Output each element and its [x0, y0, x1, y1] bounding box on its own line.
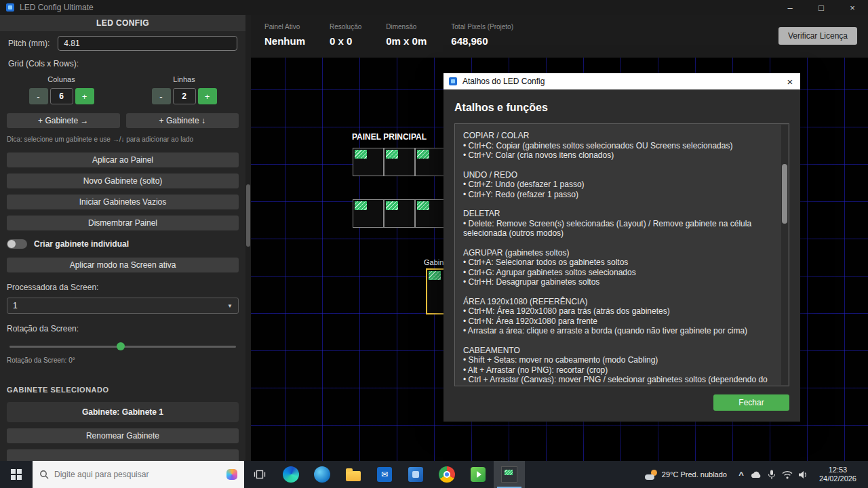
stats: Painel Ativo Nenhum Resolução 0 x 0 Dime…: [264, 23, 513, 47]
toggle-label: Criar gabinete individual: [34, 239, 129, 249]
cabinet-preview-icon: [386, 150, 398, 159]
rotation-value: Rotação da Screen: 0°: [0, 350, 245, 364]
verify-license-button[interactable]: Verificar Licença: [778, 27, 857, 45]
sidebar-header: LED CONFIG: [0, 15, 245, 31]
columns-stepper: - 6 +: [29, 88, 94, 104]
sidebar-scrollbar[interactable]: [245, 15, 251, 461]
partial-button[interactable]: [7, 449, 239, 461]
shortcut-section-body: • Delete: Remove Screen(s) selecionadas …: [463, 219, 774, 239]
minimize-button[interactable]: –: [774, 0, 806, 15]
rotation-slider[interactable]: [9, 342, 236, 350]
maximize-button[interactable]: □: [806, 0, 837, 15]
cabinet-cell[interactable]: [415, 199, 446, 228]
shortcut-section-title: AGRUPAR (gabinetes soltos): [463, 248, 774, 258]
selected-cabinet-header: GABINETE SELECIONADO: [0, 364, 245, 394]
onedrive-cloud-icon[interactable]: [749, 466, 764, 483]
dialog-close-icon[interactable]: ×: [780, 76, 800, 87]
volume-icon[interactable]: [795, 466, 811, 483]
start-button[interactable]: [0, 461, 33, 488]
rows-stepper: - 2 +: [152, 88, 217, 104]
stats-bar: Painel Ativo Nenhum Resolução 0 x 0 Dime…: [251, 15, 868, 58]
pitch-label: Pitch (mm):: [8, 39, 50, 48]
stat-item: Total Pixels (Projeto) 648,960: [451, 23, 513, 47]
taskbar-app-2[interactable]: [307, 461, 338, 488]
task-view-button[interactable]: [244, 461, 275, 488]
stat-item: Painel Ativo Nenhum: [264, 23, 305, 47]
windows-logo-icon: [11, 469, 22, 480]
shortcut-section: CABEAMENTO • Shift + Setas: mover no cab…: [463, 346, 774, 386]
clock[interactable]: 12:53 24/02/2026: [811, 466, 865, 483]
cabinet-cell[interactable]: [384, 148, 415, 176]
slider-thumb[interactable]: [117, 342, 125, 350]
dialog-scrollbar[interactable]: [781, 125, 788, 385]
taskbar-app-6[interactable]: [431, 461, 462, 488]
screen: LED Config Ultimate – □ × LED CONFIG Pit…: [0, 0, 868, 488]
processor-dropdown[interactable]: 1 ▼: [7, 298, 239, 314]
cabinet-cell[interactable]: [353, 199, 384, 228]
network-wifi-icon[interactable]: [780, 466, 795, 483]
window-controls: – □ ×: [774, 0, 868, 15]
taskbar-app-led-config[interactable]: [494, 461, 525, 488]
stat-value: 0m x 0m: [386, 35, 427, 47]
grid-label: Grid (Cols x Rows):: [0, 51, 245, 68]
weather-text: 29°C Pred. nublado: [662, 470, 727, 479]
round-blue-app-icon: [314, 466, 330, 483]
columns-plus-button[interactable]: +: [75, 88, 94, 104]
sidebar-action-button[interactable]: Aplicar ao Painel: [7, 152, 239, 167]
dialog-app-icon: [449, 77, 457, 85]
rotation-label: Rotação da Screen:: [0, 314, 245, 333]
dialog-scrollbar-thumb[interactable]: [782, 164, 787, 224]
cabinet-cell[interactable]: [353, 148, 384, 176]
taskbar: ✉ 29°C Pred. nublado ^ 12:53: [0, 461, 868, 488]
pitch-input[interactable]: [58, 36, 237, 51]
microphone-icon[interactable]: [764, 466, 780, 483]
clock-date: 24/02/2026: [819, 474, 856, 483]
taskbar-app-7[interactable]: [462, 461, 494, 488]
shortcuts-text[interactable]: COPIAR / COLAR • Ctrl+C: Copiar (gabinet…: [455, 124, 789, 386]
edge-icon: [283, 466, 299, 483]
close-button[interactable]: ×: [837, 0, 868, 15]
columns-value: 6: [50, 88, 73, 104]
taskbar-app-5[interactable]: [400, 461, 431, 488]
apply-mode-button[interactable]: Aplicar modo na Screen ativa: [7, 258, 239, 272]
copilot-icon[interactable]: [226, 469, 237, 480]
taskbar-app-1[interactable]: [275, 461, 307, 488]
fechar-button[interactable]: Fechar: [713, 394, 789, 411]
taskbar-app-4[interactable]: ✉: [369, 461, 400, 488]
dialog-titlebar[interactable]: Atalhos do LED Config ×: [443, 73, 800, 89]
search-input[interactable]: [54, 470, 221, 479]
shortcut-section-title: CABEAMENTO: [463, 346, 774, 356]
rows-minus-button[interactable]: -: [152, 88, 171, 104]
hint-text: Dica: selecione um gabinete e use →/↓ pa…: [0, 128, 245, 143]
mail-icon: ✉: [377, 467, 392, 482]
create-individual-cabinet-toggle[interactable]: [7, 239, 27, 249]
columns-minus-button[interactable]: -: [29, 88, 48, 104]
weather-widget[interactable]: 29°C Pred. nublado: [638, 470, 734, 480]
app-icon: [6, 3, 14, 12]
sidebar-scrollbar-thumb[interactable]: [246, 184, 250, 247]
system-tray: 29°C Pred. nublado ^ 12:53 24/02/2026: [638, 461, 868, 488]
cabinet-preview-icon: [355, 201, 367, 210]
sidebar-action-button[interactable]: Dismembrar Painel: [7, 216, 239, 230]
rename-cabinet-button[interactable]: Renomear Gabinete: [7, 428, 239, 443]
cabinet-cell[interactable]: [384, 199, 415, 228]
taskbar-search[interactable]: [33, 461, 244, 488]
shortcut-section-title: DELETAR: [463, 209, 774, 219]
cabinet-cell[interactable]: [415, 148, 446, 176]
tray-expand-button[interactable]: ^: [734, 470, 749, 480]
sidebar-action-button[interactable]: Novo Gabinete (solto): [7, 174, 239, 188]
sidebar-action-button[interactable]: Iniciar Gabinetes Vazios: [7, 195, 239, 209]
processor-value: 1: [13, 301, 18, 310]
processor-label: Processadora da Screen:: [0, 272, 245, 292]
cabinet-preview-icon: [417, 150, 429, 159]
chevron-down-icon: ▼: [227, 303, 233, 309]
add-cabinet-down-button[interactable]: + Gabinete ↓: [126, 113, 239, 128]
rows-label: Linhas: [173, 75, 195, 83]
shortcut-section-title: ÁREA 1920x1080 (REFERÊNCIA): [463, 297, 774, 307]
sidebar: LED CONFIG Pitch (mm): Grid (Cols x Rows…: [0, 15, 245, 461]
taskbar-app-3[interactable]: [338, 461, 369, 488]
add-cabinet-right-button[interactable]: + Gabinete →: [7, 113, 120, 128]
shortcut-section-body: • Ctrl+C: Copiar (gabinetes soltos selec…: [463, 141, 774, 161]
columns-label: Colunas: [47, 75, 75, 83]
rows-plus-button[interactable]: +: [198, 88, 217, 104]
